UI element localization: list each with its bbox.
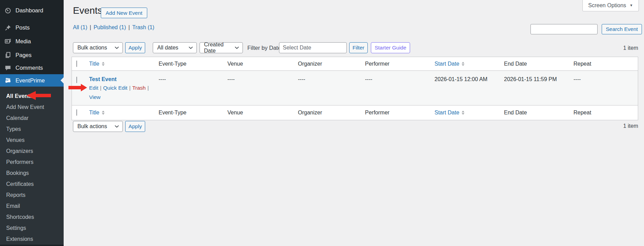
submenu-item-bookings[interactable]: Bookings xyxy=(0,168,64,179)
column-header-repeat: Repeat xyxy=(571,61,638,67)
all-dates-select[interactable]: All dates xyxy=(153,42,197,53)
submenu-item-label: Calendar xyxy=(6,115,29,121)
view-link-all[interactable]: All (1) xyxy=(73,24,87,30)
starter-guide-button[interactable]: Starter Guide xyxy=(371,42,410,53)
ticket-icon xyxy=(4,77,11,84)
row-checkbox[interactable] xyxy=(76,77,77,83)
current-menu-arrow xyxy=(61,77,64,83)
view-link-published[interactable]: Published (1) xyxy=(94,24,126,30)
sort-start-date-link[interactable]: Start Date xyxy=(434,61,464,67)
submenu-item-venues[interactable]: Venues xyxy=(0,135,64,146)
select-date-input[interactable] xyxy=(279,42,347,53)
bulk-actions-value: Bulk actions xyxy=(77,45,107,51)
header-checkbox-cell xyxy=(72,61,86,67)
submenu-item-label: Organizers xyxy=(6,148,33,154)
submenu-item-add-new-event[interactable]: Add New Event xyxy=(0,102,64,113)
column-label: Start Date xyxy=(434,61,459,67)
add-new-event-button[interactable]: Add New Event xyxy=(101,8,147,18)
submenu-item-organizers[interactable]: Organizers xyxy=(0,146,64,157)
sort-title-link[interactable]: Title xyxy=(89,61,105,67)
edit-link[interactable]: Edit xyxy=(89,85,98,91)
trash-link[interactable]: Trash xyxy=(132,85,146,91)
submenu-item-shortcodes[interactable]: Shortcodes xyxy=(0,212,64,223)
column-label: Title xyxy=(89,110,99,116)
annotation-arrow-edit xyxy=(68,84,87,91)
arrow-head xyxy=(26,91,36,100)
sidebar-item-comments[interactable]: Comments xyxy=(0,62,64,74)
footer-header-end-date: End Date xyxy=(501,110,571,116)
view-link[interactable]: View xyxy=(89,94,100,100)
screen-options-label: Screen Options xyxy=(588,2,626,9)
select-all-checkbox[interactable] xyxy=(76,60,77,67)
sidebar-item-label: Pages xyxy=(15,52,32,58)
apply-button-bottom[interactable]: Apply xyxy=(125,121,145,132)
sidebar-item-media[interactable]: Media xyxy=(0,34,64,48)
view-separator: | xyxy=(90,24,91,30)
submenu-item-settings[interactable]: Settings xyxy=(0,223,64,234)
screen-options-button[interactable]: Screen Options ▼ xyxy=(582,0,639,11)
events-table: Title Event-Type Venue Organizer Perform… xyxy=(72,57,638,120)
sidebar-item-label: Comments xyxy=(15,65,43,71)
page-title: Events xyxy=(73,5,103,16)
submenu-item-types[interactable]: Types xyxy=(0,124,64,135)
repeat-cell: ---- xyxy=(571,71,638,105)
row-actions-line2: View xyxy=(89,93,156,101)
submenu-item-performers[interactable]: Performers xyxy=(0,157,64,168)
sort-icon xyxy=(102,111,105,115)
table-footer-row: Title Event-Type Venue Organizer Perform… xyxy=(72,105,638,120)
column-label: Start Date xyxy=(434,110,459,116)
footer-header-repeat: Repeat xyxy=(571,110,638,116)
bulk-actions-select[interactable]: Bulk actions xyxy=(73,42,123,53)
filter-button[interactable]: Filter xyxy=(349,42,368,53)
footer-header-venue: Venue xyxy=(225,110,295,116)
sidebar-item-eventprime[interactable]: EventPrime xyxy=(0,74,64,87)
event-title-link[interactable]: Test Event xyxy=(89,76,156,82)
submenu-item-email[interactable]: Email xyxy=(0,201,64,212)
event-type-cell: ---- xyxy=(156,71,225,105)
select-all-checkbox-bottom[interactable] xyxy=(76,109,77,116)
action-separator: | xyxy=(147,85,149,91)
sidebar-item-dashboard[interactable]: Dashboard xyxy=(0,3,64,17)
column-header-end-date: End Date xyxy=(501,61,571,67)
quick-edit-link[interactable]: Quick Edit xyxy=(103,85,128,91)
footer-header-start-date: Start Date xyxy=(432,110,501,116)
search-event-button[interactable]: Search Event xyxy=(602,24,642,34)
submenu-item-label: Extensions xyxy=(6,236,33,242)
view-link-trash[interactable]: Trash (1) xyxy=(132,24,154,30)
submenu-item-label: Add New Event xyxy=(6,104,44,110)
title-cell: Test Event Edit|Quick Edit|Trash| View xyxy=(86,71,156,105)
submenu-item-label: Performers xyxy=(6,159,33,165)
created-date-select[interactable]: Created Date xyxy=(200,42,243,53)
sidebar-item-label: EventPrime xyxy=(15,77,45,84)
submenu-item-certificates[interactable]: Certificates xyxy=(0,179,64,190)
sort-start-date-link-bottom[interactable]: Start Date xyxy=(434,110,464,116)
submenu-item-label: Bookings xyxy=(6,170,29,176)
submenu-item-label: Reports xyxy=(6,192,25,198)
footer-header-performer: Performer xyxy=(362,110,432,116)
admin-sidebar: Dashboard Posts Media Pages xyxy=(0,0,64,246)
submenu-item-label: Email xyxy=(6,203,20,209)
sidebar-item-pages[interactable]: Pages xyxy=(0,48,64,62)
sort-icon xyxy=(102,62,105,66)
submenu-item-label: Shortcodes xyxy=(6,214,34,220)
footer-header-title: Title xyxy=(86,110,156,116)
media-icon xyxy=(4,38,11,45)
table-header-row: Title Event-Type Venue Organizer Perform… xyxy=(72,57,638,71)
performer-cell: ---- xyxy=(362,71,432,105)
item-count-bottom: 1 item xyxy=(623,123,638,129)
sidebar-item-label: Dashboard xyxy=(15,7,43,14)
sidebar-item-posts[interactable]: Posts xyxy=(0,21,64,34)
submenu-item-calendar[interactable]: Calendar xyxy=(0,113,64,124)
bulk-actions-select-bottom[interactable]: Bulk actions xyxy=(73,121,123,132)
wordpress-admin-page: Dashboard Posts Media Pages xyxy=(0,0,644,246)
venue-cell: ---- xyxy=(225,71,295,105)
sort-title-link-bottom[interactable]: Title xyxy=(89,110,105,116)
search-input[interactable] xyxy=(530,24,598,34)
submenu-item-extensions[interactable]: Extensions xyxy=(0,234,64,245)
column-header-title: Title xyxy=(86,61,156,67)
submenu-item-reports[interactable]: Reports xyxy=(0,190,64,201)
apply-button[interactable]: Apply xyxy=(125,42,145,53)
arrow-tail xyxy=(68,86,81,89)
dashboard-icon xyxy=(4,7,11,14)
created-date-value: Created Date xyxy=(204,42,235,54)
